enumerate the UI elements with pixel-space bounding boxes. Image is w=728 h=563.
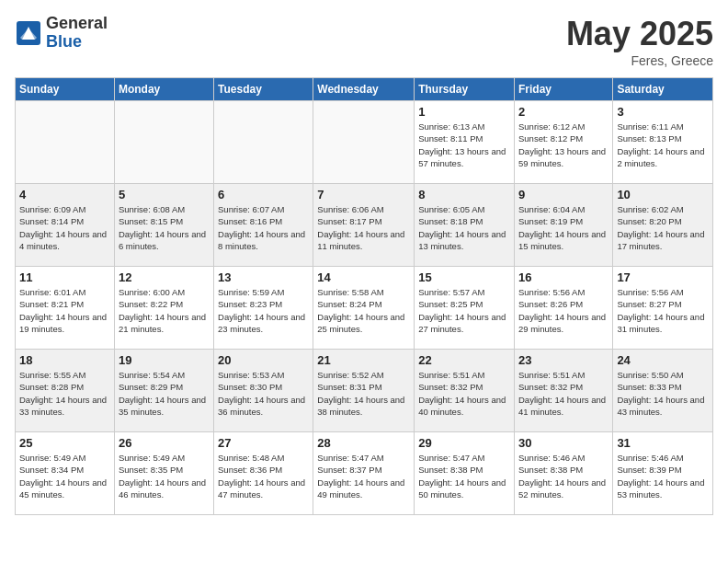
day-info: Sunrise: 5:56 AM Sunset: 8:26 PM Dayligh… [518, 286, 609, 335]
day-info: Sunrise: 5:48 AM Sunset: 8:36 PM Dayligh… [218, 452, 309, 500]
day-info: Sunrise: 5:56 AM Sunset: 8:27 PM Dayligh… [617, 286, 709, 335]
day-info: Sunrise: 5:49 AM Sunset: 8:34 PM Dayligh… [19, 452, 110, 500]
calendar-cell: 22Sunrise: 5:51 AM Sunset: 8:32 PM Dayli… [415, 350, 515, 432]
calendar-week-4: 18Sunrise: 5:55 AM Sunset: 8:28 PM Dayli… [16, 350, 713, 432]
day-number: 4 [19, 188, 110, 201]
calendar-cell: 26Sunrise: 5:49 AM Sunset: 8:35 PM Dayli… [114, 432, 213, 515]
calendar-week-3: 11Sunrise: 6:01 AM Sunset: 8:21 PM Dayli… [16, 267, 713, 350]
day-number: 19 [119, 353, 210, 367]
day-number: 9 [518, 188, 609, 201]
day-info: Sunrise: 6:02 AM Sunset: 8:20 PM Dayligh… [617, 203, 709, 252]
calendar-cell: 12Sunrise: 6:00 AM Sunset: 8:22 PM Dayli… [114, 267, 213, 350]
column-header-thursday: Thursday [415, 78, 515, 101]
day-info: Sunrise: 6:06 AM Sunset: 8:17 PM Dayligh… [317, 203, 410, 252]
day-info: Sunrise: 5:47 AM Sunset: 8:38 PM Dayligh… [418, 452, 510, 500]
day-number: 10 [617, 188, 709, 201]
day-number: 22 [418, 353, 510, 367]
calendar-cell: 7Sunrise: 6:06 AM Sunset: 8:17 PM Daylig… [313, 184, 415, 267]
calendar-cell: 1Sunrise: 6:13 AM Sunset: 8:11 PM Daylig… [415, 101, 515, 184]
day-info: Sunrise: 5:58 AM Sunset: 8:24 PM Dayligh… [317, 286, 410, 335]
day-info: Sunrise: 5:51 AM Sunset: 8:32 PM Dayligh… [518, 369, 609, 418]
calendar-cell: 5Sunrise: 6:08 AM Sunset: 8:15 PM Daylig… [114, 184, 213, 267]
logo-icon [15, 19, 42, 47]
day-info: Sunrise: 6:07 AM Sunset: 8:16 PM Dayligh… [218, 203, 309, 252]
column-header-friday: Friday [514, 78, 612, 101]
day-info: Sunrise: 5:46 AM Sunset: 8:38 PM Dayligh… [518, 452, 609, 500]
day-number: 14 [317, 270, 410, 284]
day-number: 28 [317, 436, 410, 450]
day-number: 8 [418, 188, 510, 201]
calendar-cell [16, 101, 115, 184]
day-number: 27 [218, 436, 309, 450]
calendar-cell: 24Sunrise: 5:50 AM Sunset: 8:33 PM Dayli… [613, 350, 713, 432]
calendar-table: SundayMondayTuesdayWednesdayThursdayFrid… [15, 77, 713, 515]
day-number: 7 [317, 188, 410, 201]
day-info: Sunrise: 5:46 AM Sunset: 8:39 PM Dayligh… [617, 452, 709, 500]
day-number: 13 [218, 270, 309, 284]
day-info: Sunrise: 5:52 AM Sunset: 8:31 PM Dayligh… [317, 369, 410, 418]
day-number: 17 [617, 270, 709, 284]
day-number: 24 [617, 353, 709, 367]
logo-blue: Blue [46, 33, 108, 52]
title-block: May 2025 Feres, Greece [566, 15, 713, 68]
day-info: Sunrise: 5:53 AM Sunset: 8:30 PM Dayligh… [218, 369, 309, 418]
day-number: 5 [119, 188, 210, 201]
day-number: 18 [19, 353, 110, 367]
day-info: Sunrise: 5:57 AM Sunset: 8:25 PM Dayligh… [418, 286, 510, 335]
calendar-week-1: 1Sunrise: 6:13 AM Sunset: 8:11 PM Daylig… [16, 101, 713, 184]
location-subtitle: Feres, Greece [566, 53, 713, 68]
day-number: 23 [518, 353, 609, 367]
calendar-cell: 6Sunrise: 6:07 AM Sunset: 8:16 PM Daylig… [214, 184, 313, 267]
calendar-cell: 3Sunrise: 6:11 AM Sunset: 8:13 PM Daylig… [613, 101, 713, 184]
calendar-cell: 15Sunrise: 5:57 AM Sunset: 8:25 PM Dayli… [415, 267, 515, 350]
calendar-cell: 11Sunrise: 6:01 AM Sunset: 8:21 PM Dayli… [16, 267, 115, 350]
day-info: Sunrise: 5:55 AM Sunset: 8:28 PM Dayligh… [19, 369, 110, 418]
day-info: Sunrise: 5:50 AM Sunset: 8:33 PM Dayligh… [617, 369, 709, 418]
day-number: 3 [617, 105, 709, 119]
calendar-cell: 17Sunrise: 5:56 AM Sunset: 8:27 PM Dayli… [613, 267, 713, 350]
day-number: 11 [19, 270, 110, 284]
day-number: 30 [518, 436, 609, 450]
day-number: 16 [518, 270, 609, 284]
day-info: Sunrise: 6:12 AM Sunset: 8:12 PM Dayligh… [518, 121, 609, 169]
day-number: 26 [119, 436, 210, 450]
day-info: Sunrise: 6:01 AM Sunset: 8:21 PM Dayligh… [19, 286, 110, 335]
calendar-cell: 8Sunrise: 6:05 AM Sunset: 8:18 PM Daylig… [415, 184, 515, 267]
calendar-cell: 21Sunrise: 5:52 AM Sunset: 8:31 PM Dayli… [313, 350, 415, 432]
calendar-cell: 30Sunrise: 5:46 AM Sunset: 8:38 PM Dayli… [514, 432, 612, 515]
calendar-cell: 13Sunrise: 5:59 AM Sunset: 8:23 PM Dayli… [214, 267, 313, 350]
calendar-cell: 19Sunrise: 5:54 AM Sunset: 8:29 PM Dayli… [114, 350, 213, 432]
calendar-cell: 31Sunrise: 5:46 AM Sunset: 8:39 PM Dayli… [613, 432, 713, 515]
logo-general: General [46, 15, 108, 33]
calendar-cell: 4Sunrise: 6:09 AM Sunset: 8:14 PM Daylig… [16, 184, 115, 267]
calendar-cell: 28Sunrise: 5:47 AM Sunset: 8:37 PM Dayli… [313, 432, 415, 515]
day-number: 2 [518, 105, 609, 119]
day-number: 25 [19, 436, 110, 450]
day-info: Sunrise: 6:00 AM Sunset: 8:22 PM Dayligh… [119, 286, 210, 335]
month-title: May 2025 [566, 15, 713, 53]
calendar-cell: 25Sunrise: 5:49 AM Sunset: 8:34 PM Dayli… [16, 432, 115, 515]
day-info: Sunrise: 6:04 AM Sunset: 8:19 PM Dayligh… [518, 203, 609, 252]
calendar-cell: 2Sunrise: 6:12 AM Sunset: 8:12 PM Daylig… [514, 101, 612, 184]
day-number: 15 [418, 270, 510, 284]
column-header-sunday: Sunday [16, 78, 115, 101]
day-info: Sunrise: 6:11 AM Sunset: 8:13 PM Dayligh… [617, 121, 709, 169]
calendar-header-row: SundayMondayTuesdayWednesdayThursdayFrid… [16, 78, 713, 101]
calendar-cell: 29Sunrise: 5:47 AM Sunset: 8:38 PM Dayli… [415, 432, 515, 515]
page-header: General Blue May 2025 Feres, Greece [15, 15, 713, 68]
day-info: Sunrise: 6:05 AM Sunset: 8:18 PM Dayligh… [418, 203, 510, 252]
calendar-week-5: 25Sunrise: 5:49 AM Sunset: 8:34 PM Dayli… [16, 432, 713, 515]
column-header-monday: Monday [114, 78, 213, 101]
day-info: Sunrise: 5:54 AM Sunset: 8:29 PM Dayligh… [119, 369, 210, 418]
day-info: Sunrise: 6:08 AM Sunset: 8:15 PM Dayligh… [119, 203, 210, 252]
day-info: Sunrise: 5:47 AM Sunset: 8:37 PM Dayligh… [317, 452, 410, 500]
day-number: 21 [317, 353, 410, 367]
calendar-cell: 9Sunrise: 6:04 AM Sunset: 8:19 PM Daylig… [514, 184, 612, 267]
logo: General Blue [15, 15, 108, 52]
day-number: 31 [617, 436, 709, 450]
day-info: Sunrise: 5:59 AM Sunset: 8:23 PM Dayligh… [218, 286, 309, 335]
column-header-tuesday: Tuesday [214, 78, 313, 101]
day-number: 20 [218, 353, 309, 367]
column-header-wednesday: Wednesday [313, 78, 415, 101]
column-header-saturday: Saturday [613, 78, 713, 101]
